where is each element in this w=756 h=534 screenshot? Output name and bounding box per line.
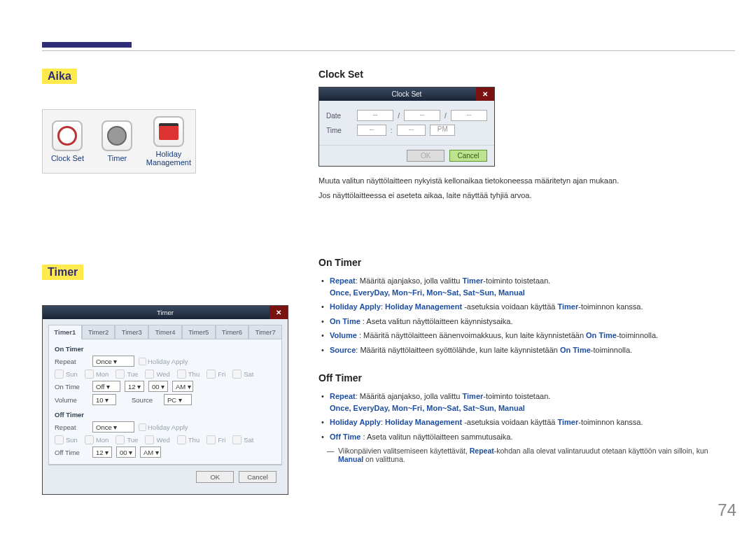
date-2-input[interactable]: -- xyxy=(404,110,440,121)
accent-bar xyxy=(42,42,132,48)
clock-set-tile[interactable]: Clock Set xyxy=(43,110,92,173)
on-repeat-select[interactable]: Once ▾ xyxy=(92,356,134,367)
repeat-label: Repeat xyxy=(55,358,88,365)
timer-icon xyxy=(102,120,132,151)
volume-select[interactable]: 10 ▾ xyxy=(92,394,116,405)
on-timer-heading: On Timer xyxy=(55,345,276,353)
tab-timer5[interactable]: Timer5 xyxy=(182,325,216,339)
on-time-state-select[interactable]: Off ▾ xyxy=(92,381,120,392)
off-ampm-select[interactable]: AM ▾ xyxy=(140,447,161,458)
day-thu: Thu xyxy=(177,370,200,379)
header-divider xyxy=(42,50,735,51)
clock-set-dialog: Clock Set ✕ Date -- / -- / -- Time -- : … xyxy=(318,87,495,167)
day-fri: Fri xyxy=(206,370,225,379)
footnote: Viikonpäivien valitsemiseen käytettävät,… xyxy=(318,447,728,463)
calendar-icon xyxy=(153,116,184,147)
date-1-input[interactable]: -- xyxy=(357,110,393,121)
off-holiday-apply-check[interactable]: Holiday Apply xyxy=(139,423,188,431)
ampm-input[interactable]: PM xyxy=(430,125,455,136)
time-h-input[interactable]: -- xyxy=(357,125,386,136)
day-tue: Tue xyxy=(115,370,138,379)
on-timer-heading: On Timer xyxy=(318,257,728,268)
timer-label: Timer xyxy=(108,154,127,162)
holiday-label: Holiday Management xyxy=(146,150,191,167)
on-days-row: Sun Mon Tue Wed Thu Fri Sat xyxy=(55,370,276,379)
time-m-input[interactable]: -- xyxy=(397,125,426,136)
on-holiday-apply-check[interactable]: Holiday Apply xyxy=(139,358,188,365)
day-sun: Sun xyxy=(55,370,78,379)
close-icon[interactable]: ✕ xyxy=(270,306,288,319)
section-heading-aika: Aika xyxy=(42,69,77,84)
page-number: 74 xyxy=(718,500,736,520)
clock-icon xyxy=(52,120,83,151)
time-label: Time xyxy=(326,127,353,134)
tab-timer6[interactable]: Timer6 xyxy=(216,325,249,339)
tab-timer1[interactable]: Timer1 xyxy=(48,325,82,339)
timer-tabs: Timer1 Timer2 Timer3 Timer4 Timer5 Timer… xyxy=(48,325,282,339)
off-days-row: Sun Mon Tue Wed Thu Fri Sat xyxy=(55,435,276,444)
aika-icon-panel: Clock Set Timer Holiday Management xyxy=(42,109,196,174)
source-label: Source xyxy=(132,396,160,404)
day-sat: Sat xyxy=(232,370,253,379)
off-min-select[interactable]: 00 ▾ xyxy=(116,447,136,458)
on-time-bullet: On Time : Aseta valitun näyttölaitteen k… xyxy=(318,316,728,328)
off-timer-heading: Off Timer xyxy=(318,372,728,384)
off-hour-select[interactable]: 12 ▾ xyxy=(92,447,112,458)
timer-dialog: Timer ✕ Timer1 Timer2 Timer3 Timer4 Time… xyxy=(42,305,288,495)
tab-timer7[interactable]: Timer7 xyxy=(248,325,282,339)
ok-button[interactable]: OK xyxy=(196,471,234,483)
tab-timer3[interactable]: Timer3 xyxy=(115,325,148,339)
on-hour-select[interactable]: 12 ▾ xyxy=(125,381,144,392)
cancel-button[interactable]: Cancel xyxy=(239,471,276,483)
volume-bullet: Volume : Määritä näyttölaitteen äänenvoi… xyxy=(318,330,728,342)
on-repeat-bullet: Repeat: Määritä ajanjakso, jolla valittu… xyxy=(318,275,728,298)
cancel-button[interactable]: Cancel xyxy=(449,150,487,162)
holiday-tile[interactable]: Holiday Management xyxy=(142,110,195,173)
tab-timer2[interactable]: Timer2 xyxy=(82,325,115,339)
day-wed: Wed xyxy=(145,370,169,379)
on-min-select[interactable]: 00 ▾ xyxy=(148,381,168,392)
clock-set-dialog-title: Clock Set xyxy=(392,90,422,98)
on-ampm-select[interactable]: AM ▾ xyxy=(172,381,193,392)
close-icon[interactable]: ✕ xyxy=(476,87,494,101)
on-holiday-apply-bullet: Holiday Apply: Holiday Management -asetu… xyxy=(318,301,728,313)
date-label: Date xyxy=(326,112,353,120)
off-repeat-select[interactable]: Once ▾ xyxy=(92,421,134,433)
clock-set-label: Clock Set xyxy=(51,154,84,162)
date-3-input[interactable]: -- xyxy=(451,110,487,121)
off-repeat-bullet: Repeat: Määritä ajanjakso, jolla valittu… xyxy=(318,391,728,414)
ok-button[interactable]: OK xyxy=(407,150,444,162)
section-heading-timer: Timer xyxy=(42,265,83,280)
off-timer-heading: Off Timer xyxy=(55,411,276,419)
clockset-text-1: Muuta valitun näyttölaitteen nykyistä ke… xyxy=(318,175,728,187)
off-time-bullet: Off Time : Aseta valitun näyttölaitteen … xyxy=(318,431,728,443)
source-select[interactable]: PC ▾ xyxy=(164,394,192,405)
clockset-text-2: Jos näyttölaitteessa ei aseteta aikaa, l… xyxy=(318,190,728,202)
off-repeat-label: Repeat xyxy=(55,423,88,431)
on-time-label: On Time xyxy=(55,383,88,391)
clock-set-heading: Clock Set xyxy=(318,69,728,80)
day-mon: Mon xyxy=(85,370,108,379)
off-holiday-apply-bullet: Holiday Apply: Holiday Management -asetu… xyxy=(318,416,728,428)
off-time-label: Off Time xyxy=(55,449,88,456)
tab-timer4[interactable]: Timer4 xyxy=(148,325,182,339)
timer-tile[interactable]: Timer xyxy=(92,110,142,173)
volume-label: Volume xyxy=(55,396,88,404)
source-bullet: Source: Määritä näyttölaitteen syöttöläh… xyxy=(318,344,728,356)
timer-dialog-title: Timer xyxy=(157,309,174,316)
